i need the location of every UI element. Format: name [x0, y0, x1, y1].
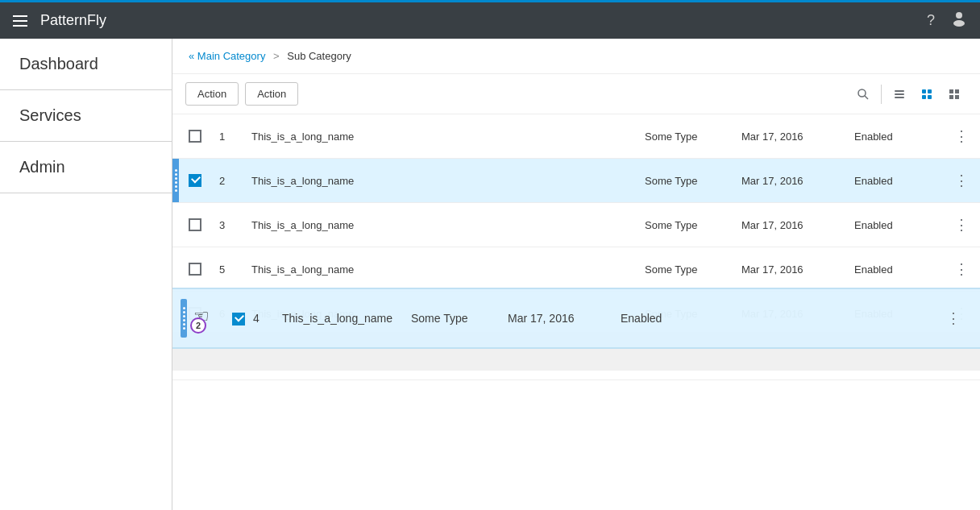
svg-rect-8: [928, 89, 932, 93]
table-row: 3This_is_a_long_nameSome TypeMar 17, 201…: [172, 203, 980, 247]
svg-point-1: [953, 20, 965, 27]
toolbar-right: [850, 85, 967, 104]
drag-row-kebab[interactable]: ⋮: [943, 306, 964, 330]
svg-point-2: [858, 89, 866, 97]
nav-icons: ?: [927, 10, 967, 31]
sidebar: Dashboard Services Admin: [0, 39, 172, 510]
row-actions-cell: ⋮: [943, 159, 980, 203]
user-icon[interactable]: [951, 10, 967, 31]
kebab-button[interactable]: ⋮: [951, 168, 972, 193]
row-name: This_is_a_long_name: [243, 247, 637, 292]
svg-rect-13: [949, 95, 953, 99]
svg-line-3: [865, 96, 868, 99]
svg-rect-10: [928, 95, 932, 99]
toolbar-left: Action Action: [185, 82, 850, 106]
svg-rect-12: [955, 89, 959, 93]
brand-title: PatternFly: [40, 12, 927, 29]
search-icon: [857, 88, 870, 101]
row-number: 5: [211, 247, 243, 292]
breadcrumb-current: Sub Category: [287, 50, 351, 62]
list-view-icon: [893, 88, 906, 101]
kebab-button[interactable]: ⋮: [951, 213, 972, 237]
row-name: This_is_a_long_name: [243, 159, 637, 203]
row-actions-cell: ⋮: [943, 203, 980, 247]
breadcrumb: « Main Category > Sub Category: [172, 39, 980, 74]
row-actions-cell: ⋮: [943, 114, 980, 159]
card-view-icon: [920, 88, 933, 101]
svg-rect-11: [949, 89, 953, 93]
checkbox-cell: [179, 247, 211, 292]
svg-point-0: [956, 12, 962, 19]
action-button-2[interactable]: Action: [245, 82, 298, 106]
breadcrumb-main-link[interactable]: « Main Category: [189, 50, 265, 62]
kebab-button[interactable]: ⋮: [951, 124, 972, 148]
toolbar: Action Action: [172, 74, 980, 114]
svg-rect-4: [895, 90, 904, 92]
hamburger-menu[interactable]: [13, 15, 27, 27]
row-checkbox[interactable]: [189, 174, 201, 187]
row-status: Enabled: [846, 203, 943, 247]
row-checkbox[interactable]: [189, 263, 201, 276]
row-date: Mar 17, 2016: [733, 247, 846, 292]
drag-ghost-row: ☜ 2 4 This_is_a_long_name Some Type Mar …: [172, 288, 980, 349]
row-number: 3: [211, 203, 243, 247]
table-view-button[interactable]: [941, 85, 967, 104]
row-number: 1: [211, 114, 243, 159]
row-status: Enabled: [846, 159, 943, 203]
row-checkbox[interactable]: [189, 130, 201, 143]
search-toggle-button[interactable]: [850, 85, 876, 104]
row-date: Mar 17, 2016: [733, 203, 846, 247]
svg-rect-5: [895, 93, 904, 95]
checkbox-cell: [179, 159, 211, 203]
svg-rect-9: [922, 95, 926, 99]
svg-rect-6: [895, 97, 904, 98]
layout: Dashboard Services Admin « Main Category…: [0, 39, 980, 510]
drag-count-badge: 2: [190, 317, 206, 334]
row-type: Some Type: [637, 203, 733, 247]
list-view-button[interactable]: [887, 85, 912, 104]
main-content: « Main Category > Sub Category Action Ac…: [172, 39, 980, 510]
row-name: This_is_a_long_name: [243, 114, 637, 159]
row-date: Mar 17, 2016: [733, 114, 846, 159]
toolbar-divider: [881, 85, 882, 104]
drag-checkbox[interactable]: [232, 313, 245, 325]
breadcrumb-separator: >: [273, 50, 280, 62]
table-row: 5This_is_a_long_nameSome TypeMar 17, 201…: [172, 247, 980, 292]
row-type: Some Type: [637, 247, 733, 292]
card-view-button[interactable]: [914, 85, 940, 104]
row-type: Some Type: [637, 159, 733, 203]
table-row: 1This_is_a_long_nameSome TypeMar 17, 201…: [172, 114, 980, 159]
action-button-1[interactable]: Action: [185, 82, 239, 106]
row-name: This_is_a_long_name: [243, 203, 637, 247]
checkbox-cell: [179, 203, 211, 247]
checkbox-cell: [179, 114, 211, 159]
row-number: 2: [211, 159, 243, 203]
sidebar-item-services[interactable]: Services: [0, 90, 172, 142]
row-type: Some Type: [637, 114, 733, 159]
row-actions-cell: ⋮: [943, 247, 980, 292]
row-status: Enabled: [846, 247, 943, 292]
top-nav: PatternFly ?: [0, 0, 980, 39]
sidebar-item-dashboard[interactable]: Dashboard: [0, 39, 172, 90]
row-checkbox[interactable]: [189, 218, 201, 231]
sidebar-item-admin[interactable]: Admin: [0, 142, 172, 193]
table-view-icon: [948, 88, 961, 101]
drag-handle[interactable]: [172, 161, 179, 200]
svg-rect-14: [955, 95, 959, 99]
table-row: 2This_is_a_long_nameSome TypeMar 17, 201…: [172, 159, 980, 203]
help-icon[interactable]: ?: [927, 12, 935, 29]
row-date: Mar 17, 2016: [733, 159, 846, 203]
table-container: 1This_is_a_long_nameSome TypeMar 17, 201…: [172, 114, 980, 510]
row-status: Enabled: [846, 114, 943, 159]
kebab-button[interactable]: ⋮: [951, 257, 972, 281]
svg-rect-7: [922, 89, 926, 93]
